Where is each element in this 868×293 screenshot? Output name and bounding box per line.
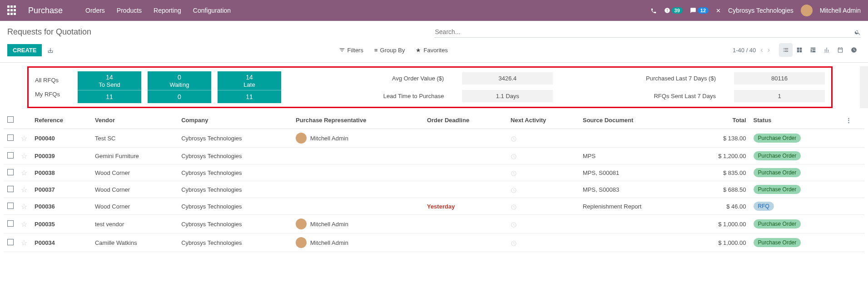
cell-rep xyxy=(292,198,423,215)
stat-pill-tosend[interactable]: 14 To Send 11 xyxy=(78,71,141,103)
clock-icon[interactable] xyxy=(511,220,517,228)
view-calendar-icon[interactable] xyxy=(833,43,847,57)
cell-company: Cybrosys Technologies xyxy=(178,181,292,198)
col-status[interactable]: Status xyxy=(750,112,842,129)
col-more-icon[interactable]: ⋮ xyxy=(842,112,864,129)
view-list-icon[interactable] xyxy=(779,43,793,57)
star-icon[interactable]: ☆ xyxy=(21,152,27,160)
messages-button[interactable]: 12 xyxy=(690,7,709,14)
nav-configuration[interactable]: Configuration xyxy=(193,7,231,14)
view-kanban-icon[interactable] xyxy=(793,43,806,57)
col-rep[interactable]: Purchase Representative xyxy=(292,112,423,129)
cell-reference: P00040 xyxy=(31,129,91,148)
star-icon[interactable]: ☆ xyxy=(21,203,27,210)
col-reference[interactable]: Reference xyxy=(31,112,91,129)
status-badge: Purchase Order xyxy=(754,134,801,143)
user-name[interactable]: Mitchell Admin xyxy=(820,7,861,14)
phone-icon[interactable] xyxy=(650,7,657,14)
col-activity[interactable]: Next Activity xyxy=(507,112,579,129)
col-deadline[interactable]: Order Deadline xyxy=(423,112,507,129)
search-icon[interactable] xyxy=(854,28,861,36)
nav-products[interactable]: Products xyxy=(117,7,142,14)
star-icon[interactable]: ☆ xyxy=(21,239,27,247)
star-icon[interactable]: ☆ xyxy=(21,220,27,228)
row-checkbox[interactable] xyxy=(7,134,14,141)
col-vendor[interactable]: Vendor xyxy=(91,112,178,129)
cell-status: Purchase Order xyxy=(750,215,842,233)
table-row[interactable]: ☆P00040Test SCCybrosys TechnologiesMitch… xyxy=(4,129,864,148)
cell-vendor: Wood Corner xyxy=(91,198,178,215)
clock-icon[interactable] xyxy=(511,202,517,210)
settings-icon[interactable]: ✕ xyxy=(716,7,721,14)
status-badge: Purchase Order xyxy=(754,168,801,177)
row-checkbox[interactable] xyxy=(7,220,14,227)
star-icon[interactable]: ☆ xyxy=(21,186,27,194)
star-icon[interactable]: ☆ xyxy=(21,134,27,142)
cell-status: Purchase Order xyxy=(750,164,842,181)
label-all-rfqs: All RFQs xyxy=(35,77,71,84)
groupby-button[interactable]: ≡ Group By xyxy=(374,47,405,54)
select-all-checkbox[interactable] xyxy=(7,116,14,123)
download-icon[interactable] xyxy=(47,46,54,54)
cell-company: Cybrosys Technologies xyxy=(178,215,292,233)
view-graph-icon[interactable] xyxy=(820,43,833,57)
filters-button[interactable]: Filters xyxy=(339,47,363,54)
search-wrap xyxy=(434,26,861,38)
nav-orders[interactable]: Orders xyxy=(85,7,105,14)
metric-purchased-label: Purchased Last 7 Days ($) xyxy=(571,75,716,82)
row-checkbox[interactable] xyxy=(7,152,14,159)
table-row[interactable]: ☆P00039Gemini FurnitureCybrosys Technolo… xyxy=(4,148,864,164)
nav-reporting[interactable]: Reporting xyxy=(154,7,181,14)
cell-status: Purchase Order xyxy=(750,148,842,164)
star-icon[interactable]: ☆ xyxy=(21,169,27,177)
col-company[interactable]: Company xyxy=(178,112,292,129)
search-input[interactable] xyxy=(434,26,855,37)
view-activity-icon[interactable] xyxy=(847,43,861,57)
user-avatar[interactable] xyxy=(801,5,813,16)
col-source[interactable]: Source Document xyxy=(579,112,690,129)
cell-total: $ 688.50 xyxy=(690,181,750,198)
row-checkbox[interactable] xyxy=(7,169,14,175)
clock-icon[interactable] xyxy=(511,134,517,142)
company-name[interactable]: Cybrosys Technologies xyxy=(728,7,794,14)
cell-status: Purchase Order xyxy=(750,233,842,252)
stat-pill-late[interactable]: 14 Late 11 xyxy=(218,71,281,103)
cell-source xyxy=(579,129,690,148)
create-button[interactable]: CREATE xyxy=(7,44,42,56)
stat-late-my: 11 xyxy=(218,90,281,103)
clock-icon[interactable] xyxy=(511,169,517,176)
cell-activity xyxy=(507,129,579,148)
table-row[interactable]: ☆P00036Wood CornerCybrosys TechnologiesY… xyxy=(4,198,864,215)
row-checkbox[interactable] xyxy=(7,239,14,245)
stat-late-all: 14 xyxy=(218,74,281,80)
stat-pill-waiting[interactable]: 0 Waiting 0 xyxy=(148,71,211,103)
clock-icon[interactable] xyxy=(511,152,517,159)
clock-icon[interactable] xyxy=(511,238,517,246)
clock-icon[interactable] xyxy=(511,185,517,193)
pager-next[interactable]: › xyxy=(768,46,770,54)
stat-tosend-label: To Send xyxy=(78,81,141,88)
pager-prev[interactable]: ‹ xyxy=(760,46,763,54)
activities-button[interactable]: 39 xyxy=(664,7,683,14)
row-checkbox[interactable] xyxy=(7,186,14,192)
control-row: CREATE Filters ≡ Group By ★ Favorites 1-… xyxy=(0,41,868,63)
cell-activity xyxy=(507,215,579,233)
stat-waiting-label: Waiting xyxy=(148,81,211,88)
col-total[interactable]: Total xyxy=(690,112,750,129)
stats-panel: All RFQs My RFQs 14 To Send 11 0 Waiting… xyxy=(27,66,833,108)
cell-total: $ 1,200.00 xyxy=(690,148,750,164)
table-row[interactable]: ☆P00037Wood CornerCybrosys TechnologiesM… xyxy=(4,181,864,198)
table-row[interactable]: ☆P00035test vendorCybrosys TechnologiesM… xyxy=(4,215,864,233)
cell-vendor: Test SC xyxy=(91,129,178,148)
row-checkbox[interactable] xyxy=(7,203,14,209)
star-icon: ★ xyxy=(416,47,421,54)
table-row[interactable]: ☆P00034Camille WatkinsCybrosys Technolog… xyxy=(4,233,864,252)
scrollbar-track[interactable] xyxy=(860,66,868,108)
cell-activity xyxy=(507,148,579,164)
deadline-text: Yesterday xyxy=(427,203,455,210)
view-pivot-icon[interactable] xyxy=(806,43,820,57)
topbar: Purchase Orders Products Reporting Confi… xyxy=(0,0,868,21)
table-row[interactable]: ☆P00038Wood CornerCybrosys TechnologiesM… xyxy=(4,164,864,181)
apps-icon[interactable] xyxy=(7,5,17,15)
favorites-button[interactable]: ★ Favorites xyxy=(416,47,447,54)
